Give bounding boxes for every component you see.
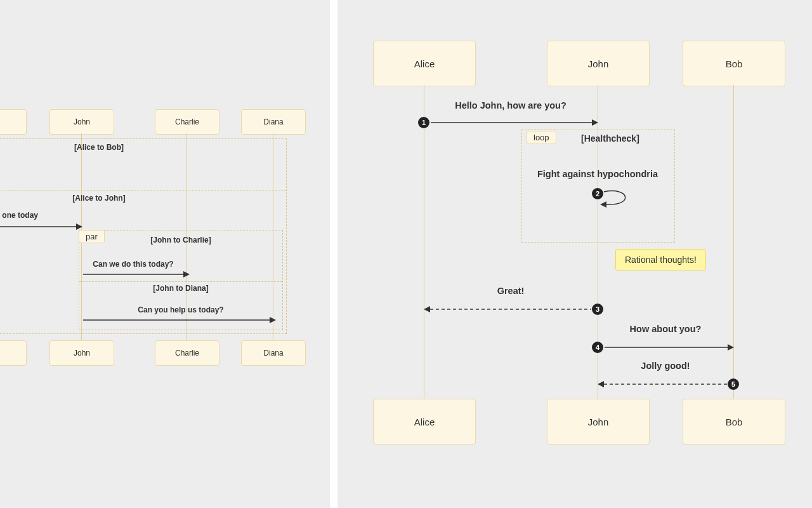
message-label: Can we do this today? [79, 260, 187, 269]
sequence-badge: 3 [592, 304, 603, 315]
arrow-left-icon [598, 381, 727, 387]
svg-marker-10 [424, 306, 430, 312]
fragment-label: loop [527, 131, 556, 144]
arrow-right-icon [83, 271, 188, 277]
fragment-section-label: [Alice to John] [0, 194, 286, 203]
actor-box: John [547, 41, 650, 86]
actor-box: Bob [683, 41, 785, 86]
sequence-badge: 5 [728, 378, 739, 390]
actor-box: Alice [373, 399, 476, 444]
actor-box: John [49, 109, 114, 135]
svg-marker-3 [183, 271, 190, 277]
arrow-right-icon [605, 344, 734, 351]
message-label: Hello John, how are you? [424, 100, 598, 110]
svg-marker-8 [600, 201, 606, 208]
arrow-right-icon [431, 119, 598, 126]
message-label: Fight against hypochondria [521, 169, 674, 179]
svg-marker-5 [270, 317, 276, 323]
fragment-section-label: [Alice to Bob] [0, 143, 286, 152]
actor-box: John [49, 340, 114, 366]
self-loop-icon [598, 187, 636, 212]
actor-box: Charlie [155, 340, 219, 366]
sequence-badge: 1 [418, 117, 429, 128]
arrow-right-icon [0, 224, 81, 230]
arrow-left-icon [424, 306, 591, 312]
actor-box: Diana [241, 109, 306, 135]
actor-box: Alice [373, 41, 476, 86]
actor-box [0, 340, 27, 366]
fragment-loop [521, 130, 675, 243]
lifeline [424, 85, 424, 399]
fragment-divider [0, 190, 286, 190]
right-diagram-panel: Alice John Bob Hello John, how are you? … [337, 0, 812, 508]
fragment-title: [Healthcheck] [581, 133, 639, 144]
actor-box: Bob [683, 399, 785, 444]
actor-box: John [547, 399, 650, 444]
panel-divider [330, 0, 337, 508]
message-label: How about you? [598, 324, 733, 334]
message-label: Can you help us today? [79, 305, 282, 314]
left-diagram-panel: John Charlie Diana [Alice to Bob] [Alice… [0, 0, 330, 508]
fragment-par-inner: par [John to Charlie] Can we do this tod… [79, 230, 283, 330]
fragment-divider [79, 281, 282, 282]
fragment-section-label: [John to Diana] [79, 284, 282, 293]
sequence-badge: 4 [592, 342, 603, 353]
svg-marker-12 [728, 344, 734, 351]
message-label: one today [0, 211, 38, 220]
actor-box: Diana [241, 340, 306, 366]
actor-box [0, 109, 27, 135]
message-label: Great! [424, 286, 598, 296]
svg-marker-14 [598, 381, 604, 387]
svg-marker-7 [592, 119, 598, 126]
actor-box: Charlie [155, 109, 219, 135]
note: Rational thoughts! [615, 249, 706, 271]
lifeline [733, 85, 734, 399]
message-label: Jolly good! [598, 361, 733, 371]
fragment-section-label: [John to Charlie] [79, 236, 282, 244]
arrow-right-icon [83, 317, 275, 323]
